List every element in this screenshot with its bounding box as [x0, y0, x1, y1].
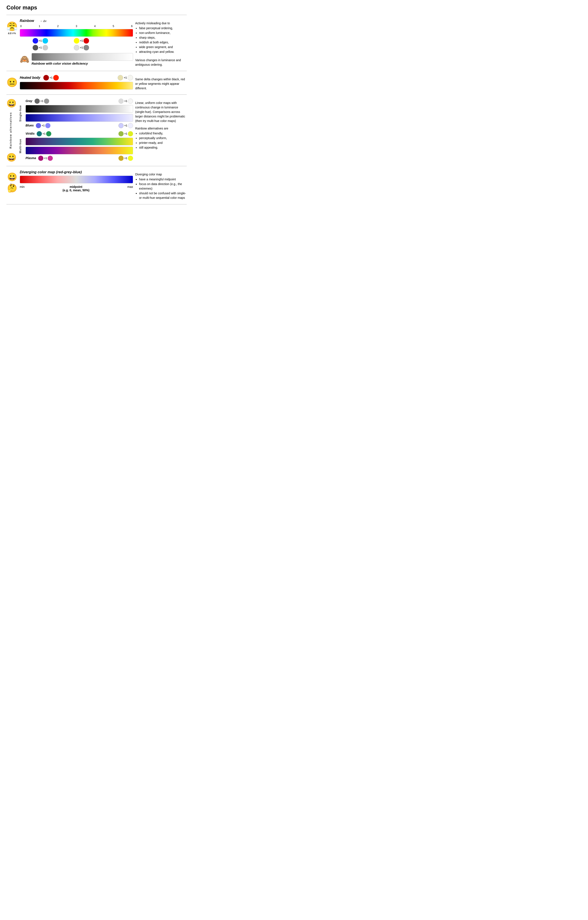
angry-emoji: 😤 — [6, 21, 18, 32]
heated-content: Heated body +1 +1 — [20, 75, 133, 89]
single-hue-content: Gray +1 +1 — [26, 99, 133, 128]
heated-section: 😐 Heated body +1 +1 Same delta changes w… — [6, 75, 187, 91]
circle-near-white — [128, 75, 133, 81]
gray-label-row: Gray +1 +1 — [26, 99, 133, 104]
circle-lightgray — [42, 45, 48, 50]
rainbow-alt-description: Linear, uniform color maps with continuo… — [135, 99, 187, 150]
circle-gray-mid — [44, 99, 49, 104]
circle-light-yellow — [118, 75, 123, 81]
heated-circle-pair1: +1 — [44, 75, 59, 81]
rainbow-desc-item2: non-uniform luminance, — [139, 31, 187, 35]
smiley-emoji1: 😀 — [6, 99, 16, 108]
multi-hue-wrapper: Multi-hue Viridis +1 +1 — [19, 131, 133, 161]
circle-gray-pair: +1 — [32, 45, 48, 50]
scale-numbers: 0 1 2 3 4 5 6 — [20, 24, 133, 28]
circle-purple1 — [38, 155, 44, 161]
rainbow-desc-item1: false perceptual ordering, — [139, 26, 187, 31]
heated-gradient-bar — [20, 82, 133, 89]
single-hue-vertical-label: Single-hue — [19, 105, 23, 121]
rainbow-axis-row: Rainbow → Δx — [20, 19, 133, 23]
blues-label: Blues — [26, 124, 34, 127]
circle-red — [84, 38, 89, 44]
plasma-gradient-bar — [26, 147, 133, 154]
diverging-content: Diverging color map (red-grey-blue) min … — [20, 170, 133, 192]
multi-hue-content: Viridis +1 +1 — [26, 131, 133, 161]
cvd-caption: Rainbow with color vision deficiency — [32, 62, 133, 65]
gray-label: Gray — [26, 99, 32, 103]
single-hue-wrapper: Single-hue Gray +1 +1 — [19, 99, 133, 128]
rainbow-alt-item2: perceptually uniform, — [139, 136, 187, 141]
circle-gray-dark — [34, 99, 40, 104]
circle-purple2 — [48, 155, 53, 161]
heated-circle-pair2: +1 — [118, 75, 133, 81]
diverging-midpoint-label: midpoint — [69, 185, 82, 188]
viridis-label-row: Viridis +1 +1 — [26, 131, 133, 136]
rainbow-alt-item1: colorblind friendly, — [139, 131, 187, 136]
cvd-gradient-bar — [32, 53, 133, 61]
rainbow-desc-item4: reddish at both edges, — [139, 40, 187, 45]
page-title: Color maps — [6, 4, 187, 11]
rainbow-desc-title: Actively misleading due to — [135, 21, 170, 25]
diverging-labels: min midpoint (e.g. 0, mean, 50%) max — [20, 185, 133, 192]
heated-emoji-col: 😐 — [6, 75, 18, 87]
diverging-description: Diverging color map have a meaningful mi… — [135, 170, 187, 200]
circle-bright-red — [53, 75, 59, 81]
rainbow-circles-row1: +1 +1 — [20, 38, 133, 44]
circle-blue4 — [128, 123, 133, 128]
rainbow-circles-row2: +1 +1 — [20, 45, 133, 50]
cvd-content: Rainbow with color vision deficiency — [32, 53, 133, 65]
rainbow-alt-item3: printer-ready, and — [139, 141, 187, 145]
plasma-label: Plasma — [26, 156, 36, 160]
circle-yellow-pair: +1 — [74, 38, 89, 44]
circle-gold1 — [118, 155, 124, 161]
circle-gray2 — [84, 45, 89, 50]
circle-gray-light — [118, 99, 124, 104]
circle-blue-pair: +1 — [32, 38, 48, 44]
rainbow-alt-item4: still appealing. — [139, 145, 187, 150]
rainbow-alt-content: Single-hue Gray +1 +1 — [19, 99, 133, 161]
blue-gradient-bar — [26, 114, 133, 122]
rainbow-alt-desc2-list: colorblind friendly, perceptually unifor… — [135, 131, 187, 150]
diverging-desc-item3: should not be confused with single- or m… — [139, 191, 187, 200]
diverging-section: 😀 🤔 Diverging color map (red-grey-blue) … — [6, 170, 187, 200]
diverging-desc-item1: have a meaningful midpoint — [139, 177, 187, 181]
circle-cyan — [42, 38, 48, 44]
blues-label-row: Blues +1 +1 — [26, 123, 133, 128]
circle-teal2 — [46, 131, 51, 136]
rainbow-alt-desc1: Linear, uniform color maps with continuo… — [135, 101, 187, 123]
rainbow-alt-desc2-title: Rainbow alternatives are — [135, 126, 187, 131]
rainbow-desc-item6: attracting cyan and yellow. — [139, 50, 187, 54]
plasma-label-row: Plasma +1 +1 — [26, 155, 133, 161]
heated-label: Heated body — [20, 76, 40, 79]
circle-teal1 — [37, 131, 42, 136]
diverging-max-label: max — [128, 185, 133, 192]
see-no-evil-emoji: 🙈 — [20, 55, 29, 64]
circle-yellow-green — [118, 131, 124, 136]
gray-gradient-bar — [26, 105, 133, 113]
circle-blue1 — [36, 123, 41, 128]
circle-yellow — [74, 38, 79, 44]
multi-hue-vertical-label: Multi-hue — [19, 139, 23, 153]
diverging-title: Diverging color map (red-grey-blue) — [20, 170, 133, 174]
rainbow-alt-section: 😀 Rainbow alternatives 😀 Single-hue Gray… — [6, 99, 187, 162]
rainbow-desc-list: false perceptual ordering, non-uniform l… — [135, 26, 187, 54]
rainbow-content: Rainbow → Δx 0 1 2 3 4 5 6 +1 +1 — [20, 19, 133, 65]
diverging-desc-list: have a meaningful midpoint focus on data… — [135, 177, 187, 200]
diverging-desc-title: Diverging color map — [135, 172, 187, 177]
rainbow-alt-left: 😀 Rainbow alternatives 😀 — [6, 99, 16, 162]
rainbow-alternatives-label: Rainbow alternatives — [9, 109, 14, 152]
rainbow-gradient-bar — [20, 29, 133, 37]
cvd-row: 🙈 Rainbow with color vision deficiency — [20, 53, 133, 65]
cvd-description: Various changes in luminance and ambiguo… — [135, 58, 187, 67]
rainbow-label: Rainbow — [20, 19, 34, 23]
rainbow-section: 😤 &$!#% Rainbow → Δx 0 1 2 3 4 5 6 +1 — [6, 19, 187, 67]
circle-gray-white — [128, 99, 133, 104]
circle-whitish — [74, 45, 79, 50]
rainbow-desc-item3: sharp steps, — [139, 36, 187, 40]
neutral-emoji: 😐 — [6, 77, 18, 87]
rainbow-emoji-col: 😤 &$!#% — [6, 19, 18, 34]
rainbow-desc-item5: wide green segment, and — [139, 45, 187, 49]
thinking-emoji: 🤔 — [7, 183, 17, 193]
viridis-label: Viridis — [26, 132, 34, 135]
heated-header-row: Heated body +1 +1 — [20, 75, 133, 81]
